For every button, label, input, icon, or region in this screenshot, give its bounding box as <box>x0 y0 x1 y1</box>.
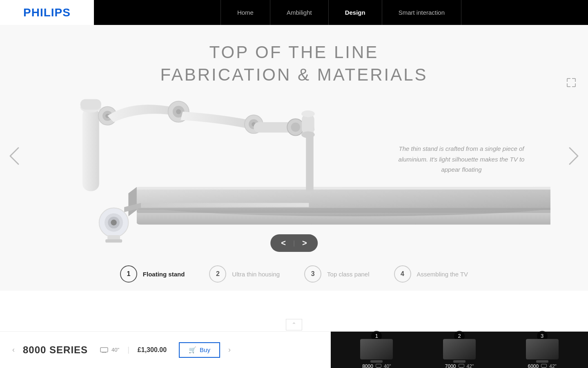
svg-point-35 <box>111 220 116 225</box>
carousel-prev-button[interactable]: < <box>278 238 289 249</box>
bottom-bar: ‹ 8000 SERIES 40" | £1,300.00 🛒 Buy › 1 <box>0 331 588 368</box>
thumb-series-2: 7000 <box>445 364 456 368</box>
feature-tab-4[interactable]: 4 Assembling the TV <box>394 265 468 283</box>
thumb-info-3: 6000 42" <box>528 364 557 368</box>
thumb-info-2: 7000 42" <box>445 364 474 368</box>
nav-smart-interaction[interactable]: Smart interaction <box>382 0 461 25</box>
thumb-size-3: 42" <box>549 364 557 368</box>
feature-tab-3[interactable]: 3 Top class panel <box>304 265 369 283</box>
feature-tabs: 1 Floating stand 2 Ultra thin housing 3 … <box>0 265 588 283</box>
thumb-tv-2 <box>443 339 476 359</box>
tab-number-1: 1 <box>120 265 137 283</box>
tab-label-1: Floating stand <box>143 271 185 278</box>
svg-rect-38 <box>100 348 108 352</box>
svg-point-31 <box>301 131 315 138</box>
prev-slide-button[interactable] <box>8 146 20 170</box>
hero-section: TOP OF THE LINE FABRICATION & MATERIALS <box>0 25 588 291</box>
carousel-divider: | <box>293 240 295 247</box>
series-nav: ‹ 8000 SERIES 40" | £1,300.00 🛒 Buy › <box>0 342 331 358</box>
nav-ambilight[interactable]: Ambilight <box>270 0 329 25</box>
expand-button[interactable] <box>567 78 576 87</box>
thumb-1[interactable]: 1 8000 40" <box>337 328 416 368</box>
series-next-button[interactable]: › <box>228 346 231 354</box>
thumb-tv-1 <box>360 339 393 359</box>
logo-wrap: PHILIPS <box>0 0 94 25</box>
nav-design[interactable]: Design <box>329 0 382 25</box>
svg-rect-14 <box>82 108 99 191</box>
svg-rect-46 <box>459 364 464 367</box>
thumb-screen-icon-3 <box>541 364 547 368</box>
tab-label-3: Top class panel <box>327 271 369 278</box>
carousel-controls: < | > <box>270 234 318 252</box>
thumb-2[interactable]: 2 7000 42" <box>420 328 499 368</box>
nav-home[interactable]: Home <box>220 0 270 25</box>
buy-label: Buy <box>200 346 210 353</box>
svg-rect-11 <box>137 187 550 189</box>
tab-number-3: 3 <box>304 265 321 283</box>
series-title: 8000 SERIES <box>23 344 88 356</box>
nav-links: Home Ambilight Design Smart interaction <box>94 0 588 25</box>
svg-point-28 <box>291 123 300 132</box>
series-meta: 40" <box>100 347 119 353</box>
navigation: PHILIPS Home Ambilight Design Smart inte… <box>0 0 588 25</box>
price-separator: | <box>127 346 129 354</box>
cart-icon: 🛒 <box>189 346 196 354</box>
thumb-series-3: 6000 <box>528 364 539 368</box>
tab-label-2: Ultra thin housing <box>232 271 280 278</box>
tab-number-4: 4 <box>394 265 411 283</box>
thumb-size-1: 40" <box>384 364 391 368</box>
thumb-screen-icon-1 <box>376 364 381 368</box>
thumb-screen-icon-2 <box>459 364 464 368</box>
series-prev-button[interactable]: ‹ <box>12 346 15 354</box>
thumb-tv-3 <box>526 339 559 359</box>
svg-rect-16 <box>80 99 101 110</box>
thumb-size-2: 42" <box>467 364 474 368</box>
screen-icon: 40" <box>100 347 119 353</box>
hero-title-line1: TOP OF THE LINE <box>0 41 588 64</box>
svg-rect-50 <box>541 364 547 367</box>
philips-logo: PHILIPS <box>23 6 71 19</box>
hero-description: The thin stand is crafted from a single … <box>392 144 531 175</box>
screen-size: 40" <box>111 347 119 353</box>
thumb-series-1: 8000 <box>362 364 373 368</box>
svg-point-30 <box>301 110 315 117</box>
carousel-next-button[interactable]: > <box>299 238 310 249</box>
thumb-info-1: 8000 40" <box>362 364 391 368</box>
feature-tab-1[interactable]: 1 Floating stand <box>120 265 185 283</box>
svg-point-22 <box>176 109 181 114</box>
svg-rect-37 <box>105 239 122 242</box>
thumbnails: 1 8000 40" 2 7000 <box>331 332 588 368</box>
svg-rect-42 <box>376 364 381 367</box>
svg-rect-10 <box>137 208 550 213</box>
tab-number-2: 2 <box>209 265 226 283</box>
next-slide-button[interactable] <box>568 146 580 170</box>
tab-label-4: Assembling the TV <box>417 271 468 278</box>
scroll-up-button[interactable]: ⌃ <box>286 319 302 330</box>
buy-button[interactable]: 🛒 Buy <box>179 342 220 358</box>
feature-tab-2[interactable]: 2 Ultra thin housing <box>209 265 280 283</box>
series-price: £1,300.00 <box>138 346 167 354</box>
thumb-3[interactable]: 3 6000 42" <box>502 328 582 368</box>
